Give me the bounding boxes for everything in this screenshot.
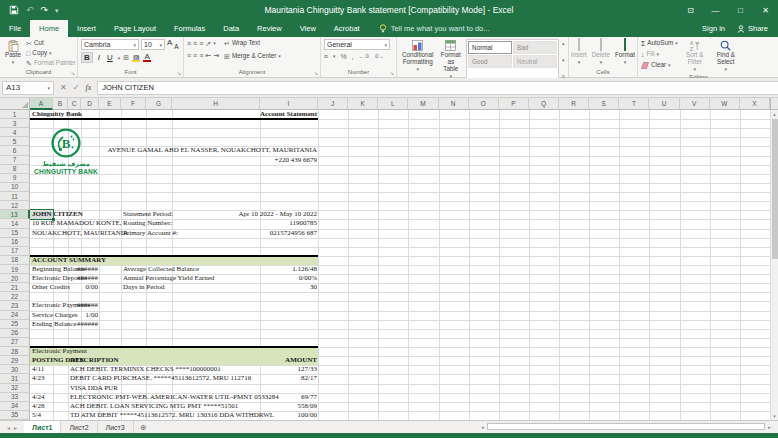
selection-fill-handle[interactable] [52, 218, 56, 222]
align-left-icon[interactable]: ≡ [187, 52, 191, 59]
tab-page-layout[interactable]: Page Layout [105, 20, 165, 37]
increase-font-icon[interactable]: A [167, 39, 172, 50]
row-header-14[interactable]: 14 [0, 219, 30, 228]
column-header-R[interactable]: R [559, 98, 589, 110]
format-cells-button[interactable]: Format ▾ [613, 39, 637, 68]
cell-A35[interactable]: 5/4 [32, 411, 41, 420]
column-header-W[interactable]: W [710, 98, 740, 110]
format-painter-button[interactable]: ✎Format Painter [26, 59, 76, 68]
row-header-9[interactable]: 9 [0, 174, 30, 183]
row-header-33[interactable]: 33 [0, 393, 30, 402]
scroll-up-icon[interactable]: ▴ [771, 110, 778, 118]
row-header-4[interactable]: 4 [0, 128, 30, 137]
number-format-combo[interactable]: General▾ [324, 39, 390, 50]
row-header-6[interactable]: 6 [0, 146, 30, 155]
cell-A15[interactable]: NOUAKCHOTT, MAURITANIA [32, 229, 128, 238]
column-header-L[interactable]: L [378, 98, 408, 110]
maximize-icon[interactable]: □ [728, 0, 753, 20]
paste-button[interactable]: Paste ▾ [3, 39, 23, 68]
cell-C31[interactable]: DEBIT CARD PURCHASE. *****45113612572. M… [70, 374, 251, 383]
bold-button[interactable]: B [81, 52, 93, 63]
horizontal-scrollbar[interactable]: ◂ ▸ [478, 422, 774, 431]
row-header-18[interactable]: 18 [0, 256, 30, 265]
autosum-button[interactable]: ΣAutoSum▾ [641, 39, 678, 48]
row-header-12[interactable]: 12 [0, 201, 30, 210]
column-header-J[interactable]: J [318, 98, 348, 110]
column-header-K[interactable]: K [348, 98, 378, 110]
column-header-T[interactable]: T [619, 98, 649, 110]
align-bottom-icon[interactable]: ≡ [199, 40, 203, 47]
cell-I7[interactable]: +220 439 6679 [275, 156, 317, 165]
delete-cells-button[interactable]: Delete ▾ [590, 39, 612, 68]
column-header-U[interactable]: U [649, 98, 679, 110]
sheet-tab-1[interactable]: Лист1 [24, 421, 61, 433]
tab-review[interactable]: Review [248, 20, 291, 37]
horizontal-scroll-thumb[interactable] [487, 423, 765, 430]
column-header-D[interactable]: D [81, 98, 99, 110]
cell-F14[interactable]: Routing Number: [123, 219, 172, 228]
cell-I31[interactable]: 82/17 [301, 374, 317, 383]
cell-I33[interactable]: 69/77 [301, 393, 317, 402]
cell-C30[interactable]: ACH DEBIT. TERMINIX CHECKS ****100000001 [70, 365, 221, 374]
column-header-N[interactable]: N [439, 98, 469, 110]
sheet-tab-2[interactable]: Лист2 [61, 421, 97, 433]
new-sheet-icon[interactable]: ⊕ [134, 421, 153, 433]
vertical-scrollbar[interactable]: ▴ ▾ [770, 110, 778, 420]
minimize-icon[interactable]: — [703, 0, 728, 20]
cell-A31[interactable]: 4/23 [32, 374, 44, 383]
copy-button[interactable]: □Copy▾ [26, 49, 76, 58]
merge-center-button[interactable]: ⊞Merge & Center▾ [224, 52, 281, 61]
row-header-26[interactable]: 26 [0, 329, 30, 338]
font-size-combo[interactable]: 10▾ [141, 39, 165, 50]
select-all-corner[interactable] [0, 98, 30, 110]
column-header-I[interactable]: I [260, 98, 318, 110]
italic-button[interactable]: I [96, 53, 102, 62]
cell-I20[interactable]: 0/00% [299, 274, 317, 283]
tab-view[interactable]: View [291, 20, 325, 37]
ribbon-display-options-icon[interactable]: ⊡ [678, 0, 703, 20]
find-select-button[interactable]: Find & Select ▾ [712, 39, 740, 73]
decrease-indent-icon[interactable]: ⇤ [205, 52, 211, 59]
underline-dropdown-icon[interactable]: ▾ [118, 55, 121, 61]
hscroll-right-icon[interactable]: ▸ [765, 424, 774, 430]
orientation-icon[interactable]: ↗ [205, 40, 211, 47]
cell-F13[interactable]: Statement Period: [123, 210, 173, 219]
accounting-format-icon[interactable]: ¤ [324, 53, 328, 60]
close-icon[interactable]: ✕ [753, 0, 778, 20]
align-right-icon[interactable]: ≡ [199, 52, 203, 59]
cell-A30[interactable]: 4/11 [32, 365, 44, 374]
row-header-7[interactable]: 7 [0, 156, 30, 165]
cell-A21[interactable]: Other Credits [32, 283, 70, 292]
cell-C29[interactable]: DESCRIPTION [70, 356, 119, 365]
share-button[interactable]: Share [737, 24, 768, 33]
font-family-combo[interactable]: Cambria▾ [81, 39, 139, 50]
row-header-17[interactable]: 17 [0, 247, 30, 256]
underline-button[interactable]: U [105, 53, 115, 62]
column-header-S[interactable]: S [589, 98, 619, 110]
column-header-E[interactable]: E [99, 98, 121, 110]
column-header-A[interactable]: A [30, 98, 53, 110]
redo-icon[interactable]: ↷ [41, 6, 49, 15]
cell-C32[interactable]: VISA DDA PUR [70, 384, 118, 393]
row-header-11[interactable]: 11 [0, 192, 30, 201]
cell-A33[interactable]: 4/24 [32, 393, 44, 402]
cell-I15[interactable]: 0215724956 687 [270, 229, 317, 238]
font-color-icon[interactable]: A [143, 53, 151, 62]
comma-style-icon[interactable]: , [352, 53, 354, 60]
cell-I14[interactable]: 11900785 [289, 219, 317, 228]
row-header-27[interactable]: 27 [0, 338, 30, 347]
tell-me-box[interactable]: Tell me what you want to do... [369, 20, 500, 37]
decrease-decimal-icon[interactable]: .0→ [374, 54, 384, 60]
cell-A34[interactable]: 4/28 [32, 402, 44, 411]
row-header-8[interactable]: 8 [0, 165, 30, 174]
align-top-icon[interactable]: ≡ [187, 40, 191, 47]
row-header-31[interactable]: 31 [0, 374, 30, 383]
column-header-B[interactable]: B [53, 98, 68, 110]
formula-input[interactable]: JOHN CITIZEN [97, 81, 778, 95]
column-header-M[interactable]: M [408, 98, 438, 110]
scroll-down-icon[interactable]: ▾ [771, 412, 778, 420]
wrap-text-button[interactable]: ↵Wrap Text [224, 39, 281, 48]
row-header-25[interactable]: 25 [0, 320, 30, 329]
conditional-formatting-button[interactable]: Conditional Formatting ▾ [400, 39, 436, 80]
cell-I34[interactable]: 558/09 [298, 402, 317, 411]
